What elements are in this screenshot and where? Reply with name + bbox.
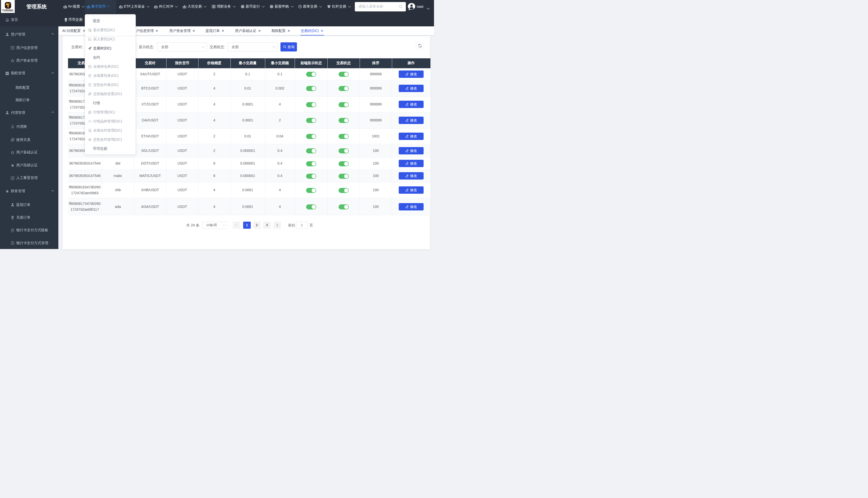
svg-text:SQL: SQL: [89, 29, 91, 30]
